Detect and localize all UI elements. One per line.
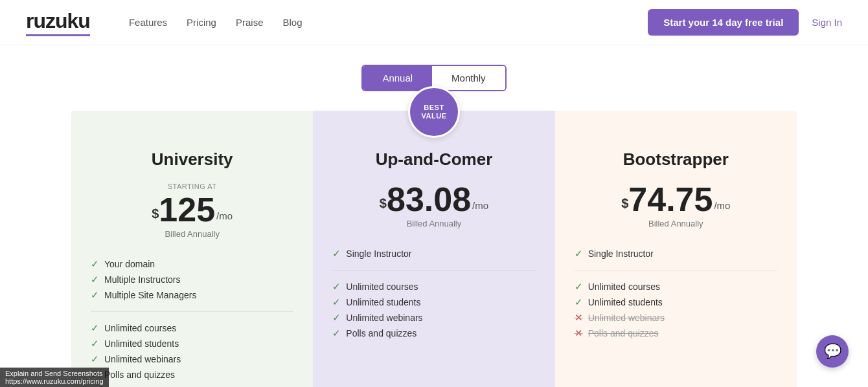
feature-multiple-instructors: ✓ Multiple Instructors xyxy=(91,274,293,285)
check-icon: ✓ xyxy=(91,258,99,270)
check-icon: ✓ xyxy=(91,353,99,365)
feature-unlimited-webinars: ✓ Unlimited webinars xyxy=(332,312,535,324)
feature-label: Your domain xyxy=(104,259,155,269)
price-per-up-and-comer: /mo xyxy=(472,200,488,211)
x-icon: ✕ xyxy=(575,327,583,339)
check-icon: ✓ xyxy=(91,289,99,301)
x-icon: ✕ xyxy=(575,312,583,324)
check-icon: ✓ xyxy=(332,281,341,293)
feature-polls-quizzes: ✓ Polls and quizzes xyxy=(332,327,535,339)
price-dollar-bootstrapper: $ xyxy=(621,196,628,211)
price-main-university: 125 xyxy=(159,193,215,227)
pricing-section: BEST VALUE University STARTING AT $ 125 … xyxy=(0,98,868,387)
debug-text: Explain and Send Screenshots xyxy=(5,370,102,377)
check-icon: ✓ xyxy=(91,274,99,285)
plan-bootstrapper: Bootstrapper $ 74.75 /mo Billed Annually… xyxy=(555,111,797,387)
check-icon: ✓ xyxy=(332,312,341,324)
feature-label: Single Instructor xyxy=(588,249,654,259)
feature-unlimited-courses: ✓ Unlimited courses xyxy=(332,281,535,293)
plan-up-and-comer: Up-and-Comer $ 83.08 /mo Billed Annually… xyxy=(313,111,554,387)
plan-name-university: University xyxy=(91,149,293,170)
check-icon: ✓ xyxy=(332,296,341,308)
feature-polls-quizzes: ✓ Polls and quizzes xyxy=(91,369,293,381)
header: ruzuku Features Pricing Praise Blog Star… xyxy=(0,0,868,45)
features-list-1-university: ✓ Your domain ✓ Multiple Instructors ✓ M… xyxy=(91,258,293,301)
feature-label: Polls and quizzes xyxy=(346,328,417,338)
feature-label: Unlimited courses xyxy=(104,323,176,333)
starting-at-label: STARTING AT xyxy=(91,182,293,190)
feature-label: Polls and quizzes xyxy=(588,328,659,338)
feature-site-managers: ✓ Multiple Site Managers xyxy=(91,289,293,301)
best-value-badge: BEST VALUE xyxy=(408,86,460,138)
price-row-up-and-comer: $ 83.08 /mo xyxy=(332,182,535,216)
chat-icon: 💬 xyxy=(824,343,841,360)
features-list-1-bootstrapper: ✓ Single Instructor xyxy=(575,248,777,260)
nav-blog[interactable]: Blog xyxy=(282,17,302,28)
feature-unlimited-webinars: ✓ Unlimited webinars xyxy=(91,353,293,365)
billed-note-bootstrapper: Billed Annually xyxy=(575,219,777,228)
feature-label: Unlimited courses xyxy=(346,282,418,292)
price-row-bootstrapper: $ 74.75 /mo xyxy=(575,182,777,216)
price-main-bootstrapper: 74.75 xyxy=(628,182,713,216)
feature-label: Unlimited students xyxy=(346,297,420,307)
billed-note-up-and-comer: Billed Annually xyxy=(332,219,535,228)
plan-name-bootstrapper: Bootstrapper xyxy=(575,149,777,170)
check-icon: ✓ xyxy=(332,327,341,339)
check-icon: ✓ xyxy=(91,338,99,349)
feature-label: Unlimited webinars xyxy=(346,313,422,323)
trial-button[interactable]: Start your 14 day free trial xyxy=(648,9,799,36)
feature-unlimited-webinars-struck: ✕ Unlimited webinars xyxy=(575,312,777,324)
feature-polls-quizzes-struck: ✕ Polls and quizzes xyxy=(575,327,777,339)
feature-label: Unlimited students xyxy=(588,297,663,307)
nav-pricing[interactable]: Pricing xyxy=(187,17,216,28)
check-icon: ✓ xyxy=(91,322,99,334)
feature-label: Unlimited webinars xyxy=(104,354,181,364)
price-per-bootstrapper: /mo xyxy=(714,200,730,211)
price-row-university: $ 125 /mo xyxy=(91,193,293,227)
price-main-up-and-comer: 83.08 xyxy=(387,182,471,216)
feature-label: Multiple Site Managers xyxy=(104,290,196,300)
billed-note-university: Billed Annually xyxy=(91,229,293,239)
signin-button[interactable]: Sign In xyxy=(812,17,842,28)
feature-label: Unlimited students xyxy=(104,338,179,349)
annual-toggle-button[interactable]: Annual xyxy=(363,66,432,90)
debug-url: https://www.ruzuku.com/pricing xyxy=(5,377,104,385)
price-per-university: /mo xyxy=(216,210,233,221)
plan-name-up-and-comer: Up-and-Comer xyxy=(332,149,535,170)
header-actions: Start your 14 day free trial Sign In xyxy=(648,9,842,36)
best-value-line2: VALUE xyxy=(422,112,447,120)
feature-unlimited-students: ✓ Unlimited students xyxy=(575,296,777,308)
check-icon: ✓ xyxy=(332,248,341,260)
check-icon: ✓ xyxy=(575,248,583,260)
feature-unlimited-courses: ✓ Unlimited courses xyxy=(575,281,777,293)
feature-label: Unlimited courses xyxy=(588,282,660,292)
nav-features[interactable]: Features xyxy=(129,17,167,28)
monthly-toggle-button[interactable]: Monthly xyxy=(432,66,505,90)
feature-your-domain: ✓ Your domain xyxy=(91,258,293,270)
chat-button[interactable]: 💬 xyxy=(816,335,849,368)
nav-praise[interactable]: Praise xyxy=(236,17,264,28)
divider xyxy=(332,270,535,271)
debug-bar: Explain and Send Screenshots https://www… xyxy=(0,368,109,387)
features-list-2-university: ✓ Unlimited courses ✓ Unlimited students… xyxy=(91,322,293,381)
features-list-2-up-and-comer: ✓ Unlimited courses ✓ Unlimited students… xyxy=(332,281,535,339)
features-list-2-bootstrapper: ✓ Unlimited courses ✓ Unlimited students… xyxy=(575,281,777,339)
feature-label: Unlimited webinars xyxy=(588,313,665,323)
check-icon: ✓ xyxy=(575,281,583,293)
feature-unlimited-students: ✓ Unlimited students xyxy=(91,338,293,349)
main-nav: Features Pricing Praise Blog xyxy=(129,17,648,28)
pricing-table: BEST VALUE University STARTING AT $ 125 … xyxy=(71,111,797,387)
best-value-line1: BEST xyxy=(424,104,444,112)
feature-unlimited-courses: ✓ Unlimited courses xyxy=(91,322,293,334)
price-dollar-university: $ xyxy=(152,206,159,221)
feature-single-instructor: ✓ Single Instructor xyxy=(575,248,777,260)
feature-unlimited-students: ✓ Unlimited students xyxy=(332,296,535,308)
feature-label: Single Instructor xyxy=(346,249,411,259)
feature-single-instructor: ✓ Single Instructor xyxy=(332,248,535,260)
feature-label: Polls and quizzes xyxy=(104,370,175,380)
plan-university: University STARTING AT $ 125 /mo Billed … xyxy=(71,111,313,387)
logo[interactable]: ruzuku xyxy=(26,9,90,36)
feature-label: Multiple Instructors xyxy=(104,274,180,285)
features-list-1-up-and-comer: ✓ Single Instructor xyxy=(332,248,535,260)
price-dollar-up-and-comer: $ xyxy=(380,196,387,211)
